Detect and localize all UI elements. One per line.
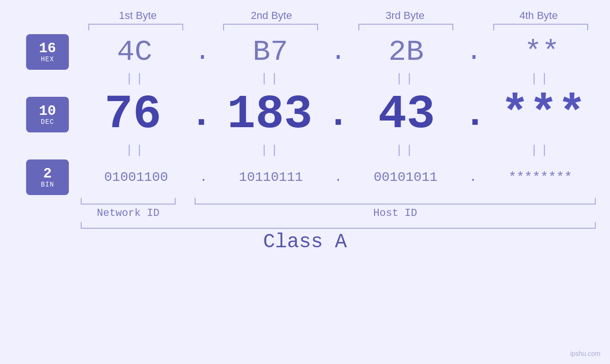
dec-val-2: 183 xyxy=(222,88,317,141)
bin-dot-2: . xyxy=(334,170,342,185)
bin-badge: 2 BIN xyxy=(26,159,69,195)
outer-bracket xyxy=(81,222,596,229)
bin-row: 2 BIN 01001100 . 10110111 . 00101011 . *… xyxy=(14,159,596,195)
main-container: 1st Byte 2nd Byte 3rd Byte 4th Byte 16 H… xyxy=(0,0,610,364)
outer-bracket-row xyxy=(14,222,596,229)
bin-badge-container: 2 BIN xyxy=(14,159,81,195)
host-id-label: Host ID xyxy=(373,207,417,219)
dec-val-3: 43 xyxy=(359,88,454,141)
bin-values: 01001100 . 10110111 . 00101011 . *******… xyxy=(81,170,596,185)
dec-dot-1: . xyxy=(190,93,213,136)
bin-badge-number: 2 xyxy=(43,167,52,181)
dec-badge-container: 10 DEC xyxy=(14,97,81,132)
top-brackets-row xyxy=(14,24,596,30)
eq-symbols-2: || || || || xyxy=(81,143,596,158)
network-bracket xyxy=(81,198,176,205)
bin-dot-1: . xyxy=(199,170,207,185)
hex-dot-3: . xyxy=(466,37,481,66)
eq-row-2: || || || || xyxy=(14,143,596,158)
hex-val-4: ** xyxy=(495,35,590,69)
network-id-label: Network ID xyxy=(97,207,160,219)
dec-dot-3: . xyxy=(464,93,487,136)
hex-dot-2: . xyxy=(330,37,346,66)
dec-badge: 10 DEC xyxy=(26,97,69,132)
bin-val-2: 10110111 xyxy=(224,170,319,185)
bracket-top-4 xyxy=(493,24,588,30)
bracket-top-2 xyxy=(223,24,318,30)
host-id-section: Host ID xyxy=(195,198,596,219)
dec-dot-2: . xyxy=(327,93,349,136)
eq-2-2: || xyxy=(223,143,318,158)
eq-1-1: || xyxy=(88,72,183,86)
hex-val-2: B7 xyxy=(223,35,318,69)
hex-dot-1: . xyxy=(195,37,210,66)
dec-values: 76 . 183 . 43 . *** xyxy=(81,88,596,141)
network-id-section: Network ID xyxy=(81,198,176,219)
eq-2-1: || xyxy=(88,143,183,158)
hex-badge-label: HEX xyxy=(41,56,54,63)
dec-badge-number: 10 xyxy=(39,104,56,118)
eq-1-4: || xyxy=(493,72,588,86)
bracket-top-1 xyxy=(88,24,183,30)
byte-headers-row: 1st Byte 2nd Byte 3rd Byte 4th Byte xyxy=(14,9,596,22)
top-brackets xyxy=(81,24,596,30)
byte-header-4: 4th Byte xyxy=(487,9,591,22)
byte-header-1: 1st Byte xyxy=(85,9,190,22)
dec-row: 10 DEC 76 . 183 . 43 . *** xyxy=(14,88,596,141)
bracket-top-3 xyxy=(358,24,453,30)
host-bracket xyxy=(195,198,596,205)
byte-header-3: 3rd Byte xyxy=(353,9,457,22)
dec-val-1: 76 xyxy=(85,88,180,141)
eq-1-3: || xyxy=(358,72,453,86)
hex-values: 4C . B7 . 2B . ** xyxy=(81,35,596,69)
watermark: ipshu.com xyxy=(570,350,601,357)
bottom-brackets-row: Network ID Host ID xyxy=(14,198,596,219)
class-row: Class A xyxy=(14,231,596,253)
class-label: Class A xyxy=(263,231,347,253)
hex-val-3: 2B xyxy=(358,35,453,69)
hex-row: 16 HEX 4C . B7 . 2B . ** xyxy=(14,34,596,70)
eq-1-2: || xyxy=(223,72,318,86)
dec-val-4: *** xyxy=(496,88,591,141)
hex-badge: 16 HEX xyxy=(26,34,69,70)
hex-badge-number: 16 xyxy=(39,41,56,56)
eq-2-3: || xyxy=(358,143,453,158)
bin-badge-label: BIN xyxy=(41,181,54,188)
bin-val-3: 00101011 xyxy=(358,170,453,185)
hex-badge-container: 16 HEX xyxy=(14,34,81,70)
byte-headers: 1st Byte 2nd Byte 3rd Byte 4th Byte xyxy=(81,9,596,22)
bin-dot-3: . xyxy=(469,170,477,185)
dec-badge-label: DEC xyxy=(41,118,54,126)
eq-row-1: || || || || xyxy=(14,72,596,86)
hex-val-1: 4C xyxy=(87,35,182,69)
eq-symbols-1: || || || || xyxy=(81,72,596,86)
bin-val-1: 01001100 xyxy=(89,170,184,185)
byte-header-2: 2nd Byte xyxy=(219,9,324,22)
bin-val-4: ******** xyxy=(493,170,588,185)
eq-2-4: || xyxy=(493,143,588,158)
